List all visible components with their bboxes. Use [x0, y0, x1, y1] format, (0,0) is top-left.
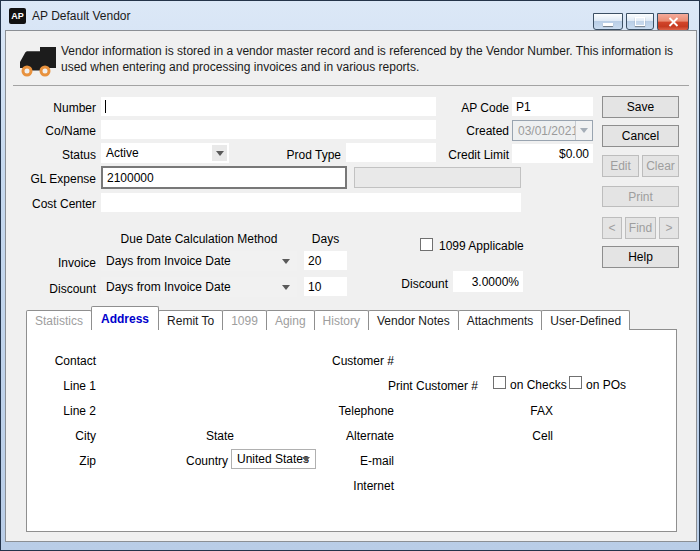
find-next-button: > — [659, 217, 679, 239]
status-label: Status — [16, 148, 96, 162]
created-dropdown-button — [575, 121, 592, 140]
prod-type-label: Prod Type — [261, 148, 341, 162]
tab-aging[interactable]: Aging — [266, 310, 315, 330]
titlebar[interactable]: AP AP Default Vendor — [1, 1, 700, 30]
minimize-button[interactable] — [593, 13, 623, 30]
telephone-label: Telephone — [314, 404, 394, 418]
created-date-dropdown: 03/01/2021 — [512, 120, 593, 141]
discount-pct-input[interactable]: 3.0000% — [453, 271, 523, 292]
ap-code-input[interactable]: P1 — [512, 97, 593, 116]
prod-type-input[interactable] — [346, 143, 436, 162]
co-name-input[interactable] — [101, 120, 436, 139]
cell-label: Cell — [473, 429, 553, 443]
number-label: Number — [16, 101, 96, 115]
contact-label: Contact — [16, 354, 96, 368]
chevron-down-icon — [580, 128, 588, 133]
tab-history[interactable]: History — [314, 310, 369, 330]
app-icon: AP — [9, 8, 26, 24]
tab-remit-to[interactable]: Remit To — [158, 310, 223, 330]
edit-button: Edit — [602, 155, 639, 177]
city-label: City — [16, 429, 96, 443]
cost-center-label: Cost Center — [16, 197, 96, 211]
co-name-label: Co/Name — [16, 124, 96, 138]
country-label: Country — [148, 454, 228, 468]
find-button: Find — [625, 217, 656, 239]
zip-label: Zip — [16, 454, 96, 468]
tab-address[interactable]: Address — [91, 306, 159, 330]
tab-user-defined[interactable]: User-Defined — [541, 310, 630, 330]
status-dropdown[interactable]: Active — [101, 143, 229, 163]
help-button[interactable]: Help — [602, 246, 679, 268]
discount-pct-label: Discount — [368, 277, 448, 291]
days-header: Days — [304, 232, 347, 246]
tab-strip: Statistics Address Remit To 1099 Aging H… — [26, 306, 630, 330]
fax-label: FAX — [473, 404, 553, 418]
on-pos-checkbox[interactable] — [569, 376, 582, 389]
chevron-down-icon — [302, 457, 310, 462]
created-label: Created — [429, 124, 509, 138]
gl-expense-input[interactable]: 2100000 — [101, 166, 347, 189]
print-button: Print — [602, 186, 679, 207]
print-customer-number-label: Print Customer # — [364, 379, 478, 393]
close-button[interactable] — [657, 13, 689, 31]
email-label: E-mail — [314, 454, 394, 468]
truck-icon — [17, 44, 59, 78]
separator — [13, 85, 689, 86]
credit-limit-input[interactable]: $0.00 — [512, 144, 593, 163]
invoice-label: Invoice — [16, 256, 96, 270]
window-title: AP Default Vendor — [32, 9, 131, 23]
1099-applicable-checkbox[interactable] — [420, 238, 433, 251]
discount-method-dropdown[interactable]: Days from Invoice Date — [101, 277, 297, 297]
find-prev-button: < — [602, 217, 622, 239]
discount-days-input[interactable]: 10 — [304, 277, 347, 296]
line1-label: Line 1 — [16, 379, 96, 393]
cost-center-input[interactable] — [101, 193, 521, 212]
gl-expense-label: GL Expense — [16, 172, 96, 186]
internet-label: Internet — [314, 479, 394, 493]
text-caret — [105, 100, 106, 113]
cancel-button[interactable]: Cancel — [602, 125, 679, 147]
state-label: State — [154, 429, 234, 443]
close-icon — [668, 17, 679, 27]
invoice-method-dropdown[interactable]: Days from Invoice Date — [101, 251, 297, 271]
chevron-down-icon — [216, 151, 224, 156]
country-dropdown[interactable]: United States — [231, 449, 316, 469]
minimize-icon — [603, 23, 613, 26]
number-input[interactable] — [101, 97, 436, 116]
chevron-down-icon — [282, 285, 290, 290]
on-pos-label: on POs — [586, 378, 626, 392]
due-date-method-header: Due Date Calculation Method — [101, 232, 297, 246]
1099-applicable-label: 1099 Applicable — [439, 239, 524, 253]
credit-limit-label: Credit Limit — [429, 148, 509, 162]
status-dropdown-button[interactable] — [211, 144, 228, 162]
alternate-label: Alternate — [314, 429, 394, 443]
tab-1099[interactable]: 1099 — [222, 310, 267, 330]
on-checks-label: on Checks — [510, 378, 567, 392]
gl-expense-description-field — [354, 167, 521, 188]
chevron-down-icon — [282, 259, 290, 264]
ap-default-vendor-window: AP AP Default Vendor Vendor information … — [0, 0, 700, 551]
customer-number-label: Customer # — [314, 354, 394, 368]
line2-label: Line 2 — [16, 404, 96, 418]
save-button[interactable]: Save — [602, 96, 679, 118]
tab-vendor-notes[interactable]: Vendor Notes — [368, 310, 459, 330]
maximize-button[interactable] — [626, 13, 654, 30]
clear-button: Clear — [642, 155, 679, 177]
tab-statistics[interactable]: Statistics — [26, 310, 92, 330]
invoice-days-input[interactable]: 20 — [304, 251, 347, 270]
ap-code-label: AP Code — [429, 101, 509, 115]
vendor-info-text: Vendor information is stored in a vendor… — [61, 43, 691, 75]
tab-attachments[interactable]: Attachments — [458, 310, 543, 330]
maximize-icon — [635, 17, 645, 26]
discount-method-label: Discount — [16, 282, 96, 296]
on-checks-checkbox[interactable] — [493, 376, 506, 389]
